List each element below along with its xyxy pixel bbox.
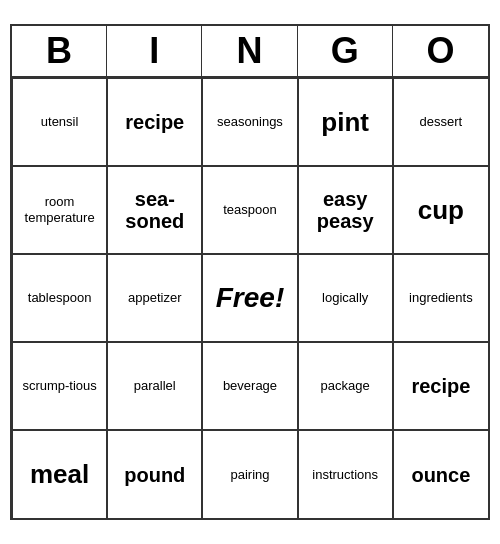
cell-text: package (321, 378, 370, 394)
bingo-cell: logically (298, 254, 393, 342)
cell-text: easy peasy (303, 188, 388, 232)
cell-text: teaspoon (223, 202, 277, 218)
cell-text: tablespoon (28, 290, 92, 306)
cell-text: beverage (223, 378, 277, 394)
bingo-card: BINGO utensilrecipeseasoningspintdessert… (10, 24, 490, 520)
bingo-cell: pound (107, 430, 202, 518)
bingo-cell: sea-soned (107, 166, 202, 254)
cell-text: dessert (420, 114, 463, 130)
bingo-grid: utensilrecipeseasoningspintdessertroom t… (12, 78, 488, 518)
cell-text: pound (124, 464, 185, 486)
bingo-cell: meal (12, 430, 107, 518)
cell-text: pairing (230, 467, 269, 483)
bingo-cell: cup (393, 166, 488, 254)
bingo-cell: dessert (393, 78, 488, 166)
header-letter: G (298, 26, 393, 76)
bingo-cell: recipe (107, 78, 202, 166)
cell-text: pint (321, 108, 369, 137)
cell-text: appetizer (128, 290, 181, 306)
cell-text: recipe (411, 375, 470, 397)
cell-text: Free! (216, 282, 284, 314)
bingo-cell: parallel (107, 342, 202, 430)
header-letter: N (202, 26, 297, 76)
bingo-cell: seasonings (202, 78, 297, 166)
bingo-cell: package (298, 342, 393, 430)
bingo-cell: recipe (393, 342, 488, 430)
cell-text: ounce (411, 464, 470, 486)
bingo-cell: pint (298, 78, 393, 166)
cell-text: recipe (125, 111, 184, 133)
bingo-cell: pairing (202, 430, 297, 518)
bingo-cell: room temperature (12, 166, 107, 254)
bingo-cell: ingredients (393, 254, 488, 342)
header-letter: O (393, 26, 488, 76)
cell-text: logically (322, 290, 368, 306)
cell-text: ingredients (409, 290, 473, 306)
cell-text: scrump-tious (22, 378, 96, 394)
bingo-cell: tablespoon (12, 254, 107, 342)
bingo-cell: ounce (393, 430, 488, 518)
bingo-cell: easy peasy (298, 166, 393, 254)
cell-text: instructions (312, 467, 378, 483)
bingo-cell: teaspoon (202, 166, 297, 254)
cell-text: utensil (41, 114, 79, 130)
bingo-cell: beverage (202, 342, 297, 430)
cell-text: parallel (134, 378, 176, 394)
cell-text: meal (30, 460, 89, 489)
cell-text: cup (418, 196, 464, 225)
bingo-cell: Free! (202, 254, 297, 342)
bingo-cell: instructions (298, 430, 393, 518)
cell-text: seasonings (217, 114, 283, 130)
header-letter: I (107, 26, 202, 76)
header-letter: B (12, 26, 107, 76)
cell-text: room temperature (17, 194, 102, 225)
cell-text: sea-soned (112, 188, 197, 232)
bingo-header: BINGO (12, 26, 488, 78)
bingo-cell: scrump-tious (12, 342, 107, 430)
bingo-cell: appetizer (107, 254, 202, 342)
bingo-cell: utensil (12, 78, 107, 166)
